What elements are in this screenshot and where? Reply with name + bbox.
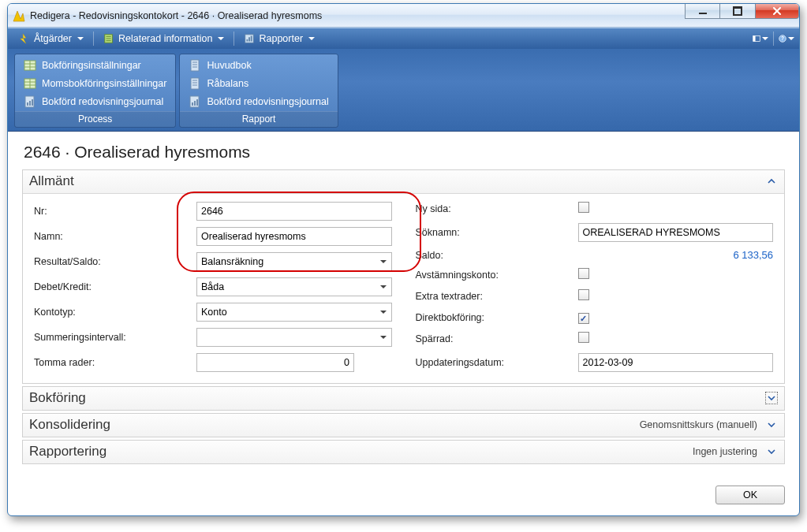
select-value: Båda (201, 281, 224, 292)
svg-rect-10 (249, 37, 251, 41)
label-name: Namn: (34, 231, 192, 242)
menu-reports[interactable]: Rapporter (237, 31, 321, 47)
help-button[interactable]: ? (779, 32, 794, 46)
value-balance[interactable]: 6 133,56 (578, 249, 774, 261)
select-type[interactable]: Konto (196, 303, 392, 322)
label-extra: Extra textrader: (416, 291, 573, 302)
label-blank: Tomma rader: (34, 357, 192, 368)
fasttab-posting: Bokföring (22, 386, 785, 411)
svg-marker-3 (21, 34, 26, 43)
select-sum[interactable] (196, 328, 392, 347)
label-direct: Direktbokföring: (416, 312, 573, 323)
svg-rect-38 (194, 101, 196, 106)
chevron-down-icon (765, 392, 778, 404)
app-icon (13, 9, 25, 22)
label-type: Kontotyp: (34, 307, 192, 318)
page-title: 2646 · Orealiserad hyresmoms (22, 140, 785, 169)
checkbox-blocked[interactable] (578, 332, 589, 343)
input-search-name[interactable] (578, 223, 774, 242)
layout-button[interactable] (753, 32, 768, 46)
window-title: Redigera - Redovisningskontokort - 2646 … (30, 10, 685, 21)
ribbon-item-posting-setup[interactable]: Bokföringsinställningar (21, 58, 169, 73)
input-nr[interactable] (196, 202, 392, 221)
fasttab-caption: Konsolidering (29, 417, 110, 433)
table-icon (24, 77, 36, 90)
menu-reports-label: Rapporter (259, 33, 303, 44)
label-result: Resultat/Saldo: (34, 256, 192, 267)
svg-rect-39 (196, 99, 198, 106)
svg-rect-13 (753, 35, 756, 41)
window-controls (685, 4, 799, 27)
app-window: Redigera - Redovisningskontokort - 2646 … (7, 3, 800, 516)
checkbox-extra[interactable] (578, 289, 589, 300)
fasttab-caption: Bokföring (29, 390, 86, 406)
table-icon (24, 59, 36, 72)
select-result[interactable]: Balansräkning (196, 252, 392, 271)
menu-related[interactable]: Relaterad information (97, 31, 231, 47)
svg-rect-37 (192, 102, 193, 106)
fasttab-summary: Ingen justering (693, 446, 757, 457)
ribbon-item-vat-posting-setup[interactable]: Momsbokföringsinställningar (21, 76, 169, 91)
ribbon-item-label: Bokförd redovisningsjournal (42, 96, 163, 107)
fasttab-consolidation: Konsolidering Genomsnittskurs (manuell) (22, 413, 785, 437)
ribbon-item-label: Råbalans (207, 78, 248, 89)
titlebar: Redigera - Redovisningskontokort - 2646 … (8, 4, 799, 28)
label-balance: Saldo: (416, 250, 573, 261)
ribbon-item-label: Bokföringsinställningar (42, 60, 141, 71)
minimize-button[interactable] (685, 3, 720, 19)
ribbon-group-process: Bokföringsinställningar Momsbokföringsin… (14, 54, 176, 128)
ribbon-group-title: Rapport (180, 111, 337, 127)
ribbon-item-posted-journal-report[interactable]: Bokförd redovisningsjournal (186, 94, 331, 110)
fasttab-header-general[interactable]: Allmänt (23, 170, 784, 194)
menu-related-label: Relaterad information (118, 33, 213, 44)
value-modified-date: 2012-03-09 (578, 353, 774, 372)
menu-actions[interactable]: Åtgärder (13, 31, 90, 47)
ribbon-item-posted-journal[interactable]: Bokförd redovisningsjournal (21, 94, 169, 110)
maximize-button[interactable] (720, 3, 756, 19)
menu-separator (773, 32, 774, 46)
label-dc: Debet/Kredit: (34, 281, 192, 292)
chevron-down-icon (765, 445, 778, 458)
fasttab-reporting: Rapportering Ingen justering (22, 440, 785, 464)
close-button[interactable] (756, 3, 799, 19)
menu-actions-label: Åtgärder (34, 33, 72, 44)
label-recon: Avstämningskonto: (416, 270, 573, 281)
select-dc[interactable]: Båda (196, 277, 392, 296)
checkbox-direct[interactable] (578, 313, 589, 324)
svg-rect-28 (191, 60, 199, 71)
svg-text:?: ? (781, 35, 784, 41)
ok-button[interactable]: OK (715, 485, 785, 504)
report-icon (189, 95, 201, 108)
fasttab-summary: Genomsnittskurs (manuell) (640, 419, 757, 430)
menu-separator (93, 32, 94, 46)
chevron-down-icon (765, 419, 778, 431)
fasttab-header-reporting[interactable]: Rapportering Ingen justering (23, 441, 784, 463)
input-blank-rows[interactable] (196, 353, 354, 372)
fasttab-header-posting[interactable]: Bokföring (23, 387, 784, 410)
ribbon: Bokföringsinställningar Momsbokföringsin… (8, 49, 799, 132)
fasttab-caption: Rapportering (29, 444, 106, 459)
fasttab-header-consolidation[interactable]: Konsolidering Genomsnittskurs (manuell) (23, 414, 784, 437)
svg-rect-11 (251, 36, 252, 42)
document-icon (189, 59, 201, 72)
document-icon (189, 77, 201, 90)
svg-rect-25 (27, 102, 28, 106)
svg-rect-9 (247, 39, 248, 42)
label-newpage: Ny sida: (416, 203, 573, 214)
ribbon-group-report: Huvudbok Råbalans Bokförd redovisningsjo… (179, 54, 338, 128)
ribbon-item-label: Bokförd redovisningsjournal (207, 96, 328, 107)
ribbon-item-trial-balance[interactable]: Råbalans (186, 76, 331, 91)
label-mod: Uppdateringsdatum: (416, 357, 573, 368)
chevron-up-icon (765, 175, 778, 188)
ribbon-item-general-ledger[interactable]: Huvudbok (186, 58, 331, 73)
label-search: Söknamn: (416, 227, 573, 238)
fasttab-general: Allmänt Nr: Namn: Resultat/Saldo: Balans… (22, 169, 785, 384)
menu-separator (234, 32, 234, 46)
checkbox-newpage[interactable] (578, 202, 589, 213)
input-name[interactable] (196, 227, 392, 246)
checkbox-recon[interactable] (578, 268, 589, 279)
ribbon-item-label: Huvudbok (207, 60, 251, 71)
label-sum: Summeringsintervall: (34, 332, 192, 343)
footer: OK (8, 478, 799, 515)
select-value: Konto (201, 307, 227, 318)
